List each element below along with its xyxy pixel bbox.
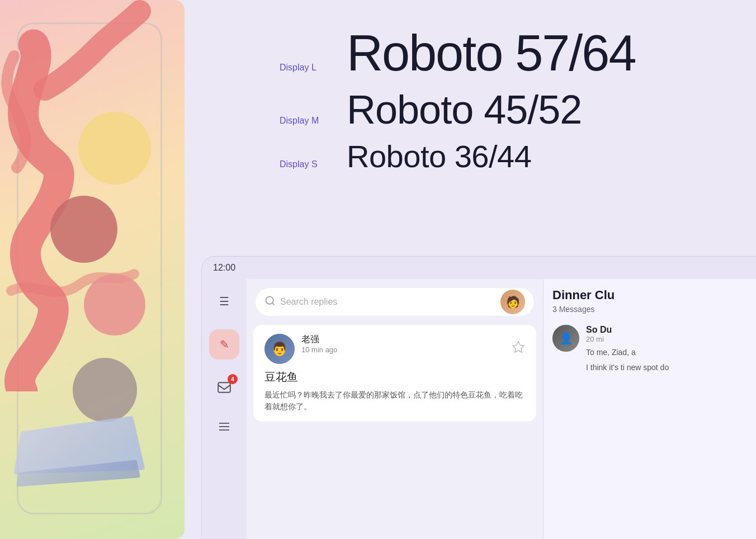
email-sender-avatar: 👤	[552, 325, 579, 352]
star-button[interactable]	[512, 341, 525, 357]
hamburger-icon: ☰	[219, 295, 229, 308]
email-body-text: I think it's ti new spot do	[586, 362, 669, 373]
email-to: To me, Ziad, a	[586, 347, 669, 358]
email-content: So Du 20 mi To me, Ziad, a I think it's …	[586, 325, 669, 373]
svg-point-4	[266, 296, 273, 304]
compose-icon: ✎	[220, 338, 229, 351]
display-l-row: Display L Roboto 57/64	[280, 28, 756, 78]
list-icon	[218, 420, 231, 433]
display-l-text: Roboto 57/64	[347, 28, 635, 78]
message-subject: 豆花鱼	[264, 370, 525, 385]
dinner-club-title: Dinner Clu	[552, 288, 756, 302]
email-item[interactable]: 👤 So Du 20 mi To me, Ziad, a I think it'…	[552, 325, 756, 373]
email-time: 20 mi	[586, 335, 669, 343]
sender-name: 老强	[301, 334, 505, 346]
message-header: 👨 老强 10 min ago	[264, 334, 525, 364]
display-m-label: Display M	[280, 116, 347, 126]
messages-panel: Search replies 🧑 👨 老强	[247, 279, 543, 539]
app-mockup-panel: 12:00 ☰ ✎ 4	[201, 256, 756, 539]
display-m-text: Roboto 45/52	[347, 89, 582, 130]
illustration-panel	[0, 0, 185, 539]
light-pink-circle	[84, 274, 145, 335]
sender-avatar: 👨	[264, 334, 295, 364]
user-avatar[interactable]: 🧑	[500, 290, 525, 314]
svg-rect-0	[218, 382, 230, 392]
menu-button[interactable]: ☰	[213, 290, 235, 313]
dark-pink-circle	[50, 196, 117, 263]
app-main-content: Search replies 🧑 👨 老强	[247, 279, 756, 539]
display-s-text: Roboto 36/44	[347, 141, 531, 172]
display-s-row: Display S Roboto 36/44	[280, 141, 756, 172]
message-count: 3 Messages	[552, 305, 756, 314]
status-bar: 12:00	[202, 257, 756, 279]
wavy-shapes	[0, 0, 185, 391]
list-button[interactable]	[213, 415, 235, 438]
inbox-button[interactable]: 4	[213, 376, 235, 399]
message-item[interactable]: 👨 老强 10 min ago 豆花鱼 最近忙吗？昨晚我	[253, 325, 536, 422]
inbox-badge: 4	[228, 374, 238, 384]
yellow-circle	[78, 112, 151, 185]
gray-circle	[73, 358, 137, 422]
avatar-image: 🧑	[500, 290, 525, 314]
status-time: 12:00	[213, 263, 235, 273]
app-sidebar: ☰ ✎ 4	[202, 279, 247, 539]
display-s-label: Display S	[280, 159, 347, 169]
search-bar[interactable]: Search replies 🧑	[256, 288, 534, 316]
main-content: Display L Roboto 57/64 Display M Roboto …	[185, 0, 756, 539]
message-time: 10 min ago	[301, 346, 505, 354]
search-placeholder: Search replies	[280, 297, 496, 307]
message-preview: 最近忙吗？昨晚我去了你最爱的那家饭馆，点了他们的特色豆花鱼，吃着吃着就想你了。	[264, 389, 525, 413]
compose-fab[interactable]: ✎	[209, 329, 239, 360]
typography-section: Display L Roboto 57/64 Display M Roboto …	[280, 11, 756, 252]
display-m-row: Display M Roboto 45/52	[280, 89, 756, 130]
svg-marker-6	[513, 342, 524, 352]
search-icon	[264, 295, 276, 309]
email-sender-name: So Du	[586, 325, 669, 335]
email-detail-panel: Dinner Clu 3 Messages 👤 So Du 20 mi To m…	[543, 279, 756, 539]
display-l-label: Display L	[280, 63, 347, 73]
message-meta: 老强 10 min ago	[301, 334, 505, 354]
svg-line-5	[272, 302, 275, 305]
